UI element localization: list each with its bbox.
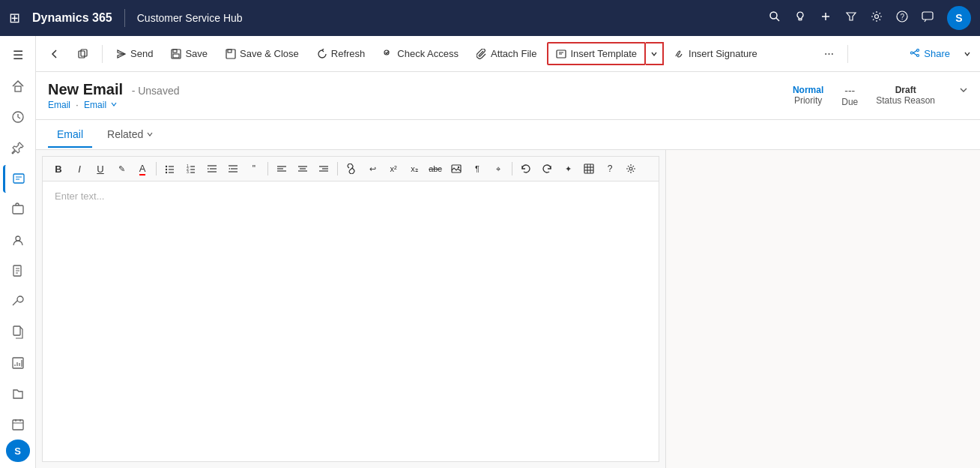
editor-container: B I U ✎ A 1.2.3.: [36, 150, 980, 468]
sidebar-item-tools[interactable]: [3, 288, 33, 316]
align-center-button[interactable]: [293, 160, 312, 178]
svg-point-59: [458, 166, 459, 168]
sidebar-item-files[interactable]: [3, 380, 33, 408]
highlight-button[interactable]: ✎: [112, 160, 131, 178]
redo-button[interactable]: [537, 160, 557, 178]
undo-button[interactable]: [516, 160, 536, 178]
svg-point-33: [166, 172, 167, 173]
breadcrumb-dropdown-icon[interactable]: [110, 100, 118, 108]
clear-format-button[interactable]: ✦: [558, 160, 578, 178]
toolbar-sep-3: [337, 162, 338, 176]
refresh-button[interactable]: Refresh: [309, 44, 373, 64]
bullet-list-button[interactable]: [160, 160, 180, 178]
check-access-button[interactable]: Check Access: [375, 44, 466, 64]
back-button[interactable]: [42, 44, 67, 64]
tab-email[interactable]: Email: [48, 122, 92, 148]
status-stat: Draft Status Reason: [876, 85, 935, 106]
sidebar-item-active[interactable]: [3, 165, 33, 193]
settings-icon[interactable]: [871, 10, 883, 26]
svg-rect-20: [81, 50, 87, 56]
sidebar-avatar[interactable]: S: [6, 440, 30, 462]
editor-panel: B I U ✎ A 1.2.3.: [42, 156, 659, 462]
insert-signature-button[interactable]: Insert Signature: [667, 44, 765, 64]
align-right-button[interactable]: [314, 160, 333, 178]
svg-rect-18: [13, 420, 23, 430]
nav-divider: [124, 9, 125, 27]
save-button[interactable]: Save: [163, 44, 215, 64]
svg-marker-5: [847, 13, 856, 20]
app-title: Dynamics 365: [32, 11, 112, 25]
svg-point-30: [911, 52, 913, 54]
main-layout: ☰: [0, 36, 980, 468]
attach-file-button[interactable]: Attach File: [469, 44, 544, 64]
page-header: New Email - Unsaved Email · Email Normal…: [36, 72, 980, 120]
sidebar-item-contacts[interactable]: [3, 226, 33, 254]
bold-button[interactable]: B: [49, 160, 68, 178]
main-content: Send Save Save & Close Refresh Check Acc…: [36, 36, 980, 468]
breadcrumb-email2[interactable]: Email: [84, 100, 106, 110]
strikethrough-button[interactable]: abc: [426, 160, 445, 178]
chat-icon[interactable]: [922, 10, 934, 26]
clone-button[interactable]: [70, 44, 96, 64]
breadcrumb-email1[interactable]: Email: [48, 100, 70, 110]
send-button[interactable]: Send: [109, 44, 160, 64]
outdent-button[interactable]: [223, 160, 243, 178]
italic-button[interactable]: I: [70, 160, 89, 178]
grid-icon[interactable]: ⊞: [9, 10, 20, 26]
search-icon[interactable]: [769, 10, 781, 26]
font-color-button[interactable]: A: [133, 160, 152, 178]
related-label: Related: [107, 128, 143, 140]
underline-button[interactable]: U: [91, 160, 110, 178]
page-expand-button[interactable]: [959, 85, 968, 97]
superscript-button[interactable]: x²: [384, 160, 403, 178]
sidebar-item-pin[interactable]: [3, 134, 33, 162]
save-close-button[interactable]: Save & Close: [218, 44, 306, 64]
image-button[interactable]: [447, 160, 466, 178]
svg-rect-12: [13, 174, 24, 183]
editor-settings-button[interactable]: [621, 160, 641, 178]
tab-related[interactable]: Related: [98, 122, 163, 148]
link-button[interactable]: [342, 160, 361, 178]
subscript-button[interactable]: x₂: [405, 160, 424, 178]
share-button[interactable]: Share: [903, 44, 958, 64]
top-navbar: ⊞ Dynamics 365 Customer Service Hub ? S: [0, 0, 980, 36]
filter-icon[interactable]: [845, 10, 857, 26]
svg-point-31: [166, 166, 167, 167]
lightbulb-icon[interactable]: [794, 10, 806, 26]
sidebar-item-docs[interactable]: [3, 319, 33, 346]
priority-stat: Normal Priority: [793, 85, 823, 106]
sidebar-item-reports[interactable]: [3, 350, 33, 377]
format-button[interactable]: ⌖: [489, 160, 508, 178]
svg-point-14: [16, 236, 20, 241]
sidebar-item-home[interactable]: [3, 73, 33, 100]
sidebar-item-recent[interactable]: [3, 104, 33, 131]
toolbar-sep-2: [267, 162, 268, 176]
help-icon[interactable]: ?: [896, 10, 908, 26]
more-options-button[interactable]: ⋯: [817, 44, 841, 64]
share-dropdown[interactable]: [961, 46, 974, 62]
editor-placeholder: Enter text...: [55, 190, 104, 202]
paragraph-button[interactable]: ¶: [468, 160, 487, 178]
numbered-list-button[interactable]: 1.2.3.: [181, 160, 201, 178]
tabs-bar: Email Related: [36, 120, 980, 150]
insert-template-dropdown[interactable]: [646, 42, 664, 65]
sidebar-item-calendar[interactable]: [3, 410, 33, 438]
indent-button[interactable]: [202, 160, 222, 178]
sidebar-item-knowledge[interactable]: [3, 257, 33, 285]
insert-template-button[interactable]: Insert Template: [547, 42, 646, 65]
hamburger-icon[interactable]: ☰: [7, 42, 29, 68]
priority-label: Priority: [793, 95, 823, 106]
sidebar-item-cases[interactable]: [3, 196, 33, 224]
plus-icon[interactable]: [820, 10, 832, 26]
status-value: Draft: [876, 85, 935, 95]
editor-body[interactable]: Enter text...: [43, 182, 659, 461]
align-left-button[interactable]: [272, 160, 291, 178]
blockquote-button[interactable]: ": [244, 160, 264, 178]
user-avatar[interactable]: S: [947, 6, 971, 30]
table-button[interactable]: [579, 160, 599, 178]
svg-point-65: [629, 167, 632, 170]
help-editor-button[interactable]: ?: [600, 160, 620, 178]
related-dropdown-icon: [146, 130, 154, 138]
cmd-separator-1: [102, 45, 103, 63]
undo-inline-button[interactable]: ↩: [363, 160, 382, 178]
